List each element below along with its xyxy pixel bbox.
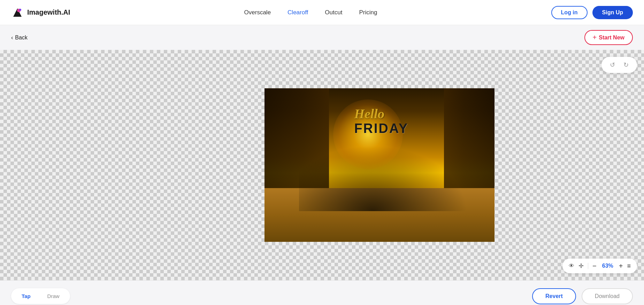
- tap-mode-button[interactable]: Tap: [14, 290, 38, 302]
- nav-pricing[interactable]: Pricing: [359, 9, 377, 16]
- mode-buttons: Tap Draw: [11, 288, 70, 304]
- zoom-menu-icon[interactable]: ≡: [627, 262, 631, 270]
- nav-overscale[interactable]: Overscale: [244, 9, 271, 16]
- login-button[interactable]: Log in: [551, 6, 588, 19]
- undo-button[interactable]: ↺: [607, 60, 618, 70]
- zoom-controls: 👁 ✛ − 63% + ≡: [562, 259, 637, 273]
- plus-icon: +: [593, 34, 597, 42]
- eye-icon[interactable]: 👁: [569, 263, 574, 269]
- zoom-divider: [588, 263, 588, 269]
- start-new-button[interactable]: + Start New: [584, 30, 633, 45]
- canvas-area[interactable]: Hello FRIDAY ↺ ↻ 👁 ✛ − 63% + ≡: [0, 50, 644, 280]
- action-buttons: Revert Download: [532, 288, 633, 304]
- undo-redo-controls: ↺ ↻: [601, 57, 637, 73]
- zoom-out-button[interactable]: −: [592, 262, 597, 269]
- street-scene: [264, 88, 495, 242]
- silhouettes: [299, 134, 483, 211]
- nav-outcut[interactable]: Outcut: [325, 9, 342, 16]
- bottom-toolbar: Tap Draw Revert Download: [0, 280, 644, 305]
- logo[interactable]: Imagewith.AI: [11, 6, 70, 19]
- logo-text: Imagewith.AI: [27, 8, 70, 16]
- back-button[interactable]: ‹ Back: [11, 35, 28, 41]
- canvas-image[interactable]: Hello FRIDAY: [264, 88, 495, 242]
- signup-button[interactable]: Sign Up: [592, 6, 633, 19]
- zoom-value: 63%: [601, 263, 615, 269]
- header-actions: Log in Sign Up: [551, 6, 633, 19]
- download-button[interactable]: Download: [582, 288, 633, 304]
- back-chevron-icon: ‹: [11, 35, 13, 41]
- draw-mode-button[interactable]: Draw: [40, 290, 67, 302]
- zoom-in-button[interactable]: +: [619, 262, 623, 269]
- header: Imagewith.AI Overscale Clearoff Outcut P…: [0, 0, 644, 25]
- svg-point-2: [19, 9, 21, 11]
- redo-button[interactable]: ↻: [621, 60, 631, 70]
- main-nav: Overscale Clearoff Outcut Pricing: [244, 9, 377, 16]
- start-new-label: Start New: [599, 35, 624, 41]
- sub-header: ‹ Back + Start New: [0, 25, 644, 50]
- nav-clearoff[interactable]: Clearoff: [288, 9, 308, 16]
- revert-button[interactable]: Revert: [532, 288, 576, 304]
- back-label: Back: [15, 35, 28, 41]
- move-icon[interactable]: ✛: [578, 262, 584, 270]
- logo-icon: [11, 6, 24, 19]
